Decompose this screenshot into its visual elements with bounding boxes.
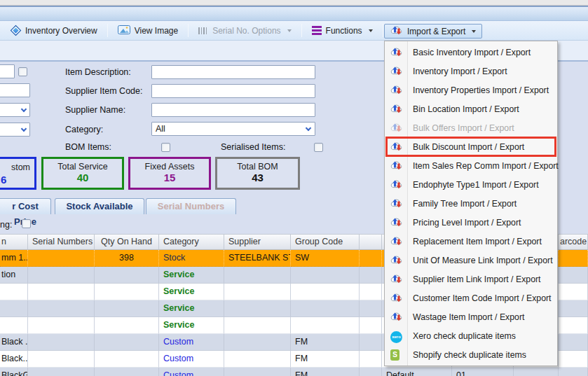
grid-cell[interactable]: tion [0,267,28,284]
grid-cell[interactable] [224,267,291,284]
grid-column-header[interactable]: Category [159,235,224,249]
grid-cell[interactable] [224,317,291,334]
menu-item[interactable]: Inventory Import / Export [385,62,557,81]
serialised-items-checkbox[interactable] [314,143,323,152]
menu-item[interactable]: Bin Location Import / Export [385,99,557,118]
grid-cell[interactable]: Service [159,317,224,334]
grid-cell[interactable] [559,284,588,300]
menu-item[interactable]: Wastage Item Import / Export [385,307,557,326]
inventory-overview-button[interactable]: Inventory Overview [4,23,104,39]
grid-cell[interactable] [514,368,559,376]
grid-cell[interactable]: Default [382,368,452,376]
bom-items-checkbox[interactable] [161,143,170,152]
grid-cell[interactable]: Service [159,267,224,284]
grid-cell[interactable] [95,300,159,317]
grid-cell[interactable] [0,284,28,300]
grid-cell[interactable]: STEELBANK ST... [224,250,291,267]
grid-cell[interactable] [224,368,291,376]
grid-cell[interactable] [559,250,588,267]
grid-cell[interactable] [291,300,360,317]
menu-item[interactable]: xeroXero check duplicate items [385,326,557,345]
grid-cell[interactable]: Black... [0,351,28,368]
menu-item[interactable]: Basic Inventory Import / Export [385,43,557,62]
menu-item[interactable]: Bulk Discount Import / Export [385,137,557,156]
grid-cell[interactable] [0,300,28,317]
menu-item[interactable]: Unit Of Measure Link Import / Export [385,251,557,270]
grid-cell[interactable] [360,267,382,284]
clipped-toggle-checkbox[interactable] [22,219,31,228]
grid-cell[interactable] [224,284,291,300]
menu-item[interactable]: SShopify check duplicate items [385,345,557,364]
menu-item[interactable]: Family Tree Import / Export [385,194,557,213]
grid-cell[interactable] [0,317,28,334]
grid-cell[interactable] [28,351,95,368]
clipped-input[interactable] [0,64,15,78]
grid-cell[interactable] [559,334,588,351]
grid-cell[interactable] [360,300,382,317]
grid-cell[interactable] [360,317,382,334]
clipped-checkbox[interactable] [18,67,27,76]
grid-column-header[interactable]: Serial Numbers [28,235,95,249]
grid-cell[interactable] [95,267,159,284]
grid-cell[interactable] [95,368,159,376]
grid-cell[interactable]: FM [291,368,360,376]
grid-column-header[interactable]: Qty On Hand [95,235,159,249]
grid-cell[interactable] [224,334,291,351]
menu-item[interactable]: Customer Item Code Import / Export [385,288,557,307]
clipped-dropdown[interactable] [0,123,30,137]
grid-cell[interactable] [28,300,95,317]
grid-cell[interactable]: Custom [159,334,224,351]
category-select[interactable]: All [151,122,315,136]
grid-cell[interactable] [95,351,159,368]
grid-column-header[interactable]: Group Code [291,235,360,249]
grid-cell[interactable] [291,317,360,334]
grid-cell[interactable] [95,334,159,351]
grid-cell[interactable] [291,267,360,284]
clipped-dropdown[interactable] [0,103,30,117]
menu-item[interactable]: Replacement Item Import / Export [385,232,557,251]
tab-serial-numbers[interactable]: Serial Numbers [146,198,236,214]
grid-cell[interactable]: SW [291,250,360,267]
menu-item[interactable]: Pricing Level Import / Export [385,213,557,232]
grid-cell[interactable] [360,284,382,300]
grid-cell[interactable] [559,351,588,368]
grid-cell[interactable]: 398 [95,250,159,267]
import-export-button[interactable]: Import & Export [384,24,482,39]
grid-column-header[interactable]: n [0,235,28,249]
grid-cell[interactable] [28,267,95,284]
grid-cell[interactable]: mm 1... [0,250,28,267]
menu-item[interactable]: Item Sales Rep Comm Import / Export [385,156,557,175]
menu-item[interactable]: Bulk Offers Import / Export [385,118,557,137]
supplier-name-input[interactable] [151,103,315,117]
grid-cell[interactable] [224,351,291,368]
grid-cell[interactable]: Custom [159,351,224,368]
grid-cell[interactable]: BlackG [0,368,28,376]
grid-cell[interactable] [28,250,95,267]
menu-item[interactable]: Inventory Properties Import / Export [385,81,557,99]
grid-column-header[interactable] [360,235,382,249]
grid-cell[interactable] [360,334,382,351]
grid-row[interactable]: BlackGCustomFMDefault01 [0,368,588,376]
clipped-input[interactable] [0,83,30,97]
grid-column-header[interactable]: arcode [559,235,588,249]
grid-cell[interactable] [95,317,159,334]
functions-button[interactable]: Functions [306,23,379,39]
grid-cell[interactable] [360,250,382,267]
grid-column-header[interactable]: Supplier [224,235,291,249]
serial-no-options-button[interactable]: Serial No. Options [192,23,297,39]
grid-cell[interactable] [28,317,95,334]
grid-cell[interactable]: Stock [159,250,224,267]
tab-stock-available[interactable]: Stock Available [55,198,144,214]
grid-cell[interactable] [95,284,159,300]
grid-cell[interactable] [291,284,360,300]
grid-cell[interactable]: FM [291,334,360,351]
grid-cell[interactable]: Black ... [0,334,28,351]
grid-cell[interactable] [559,300,588,317]
grid-cell[interactable] [224,300,291,317]
grid-cell[interactable] [360,368,382,376]
grid-cell[interactable]: Custom [159,368,224,376]
menu-item[interactable]: Endophyte Type1 Import / Export [385,175,557,194]
grid-cell[interactable] [28,368,95,376]
tab-cost-price[interactable]: r Cost Price [0,198,51,214]
grid-cell[interactable] [28,334,95,351]
